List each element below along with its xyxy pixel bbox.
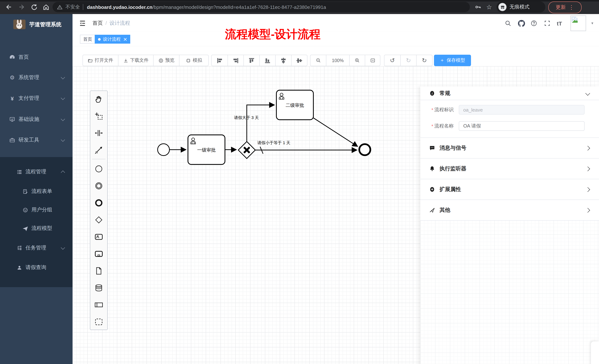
- zoom-reset-button[interactable]: [365, 55, 380, 66]
- align-vertical-center-button[interactable]: [275, 55, 291, 66]
- sidebar-item-user-group[interactable]: 用户分组: [0, 201, 72, 219]
- sidebar-item-task-mgmt[interactable]: 任务管理: [0, 239, 72, 257]
- avatar[interactable]: [571, 16, 586, 31]
- fullscreen-icon[interactable]: [542, 18, 552, 28]
- restart-button[interactable]: ↻: [416, 55, 432, 66]
- panel-section-other[interactable]: 其他: [420, 200, 599, 221]
- zoom-level-value: 100%: [332, 58, 344, 63]
- sidebar-item-process-form[interactable]: 流程表单: [0, 182, 72, 201]
- browser-back-icon[interactable]: [4, 3, 13, 11]
- incognito-icon: [498, 3, 507, 11]
- incognito-label: 无痕模式: [510, 4, 529, 10]
- tab-design[interactable]: 设计流程: [95, 35, 130, 44]
- panel-section-extensions[interactable]: 扩展属性: [420, 179, 599, 200]
- tab-label: 设计流程: [103, 36, 121, 42]
- sidebar-item-system[interactable]: ⚙ 系统管理: [0, 68, 72, 87]
- form-edit-icon: [22, 188, 28, 194]
- palette-gateway[interactable]: [94, 215, 103, 224]
- zoom-out-button[interactable]: [310, 55, 326, 66]
- chip-icon: [186, 58, 191, 63]
- browser-menu-kebab-icon[interactable]: ⋮: [569, 4, 574, 11]
- panel-section-messages[interactable]: 消息与信号: [420, 138, 599, 159]
- update-button[interactable]: 更新 ⋮: [548, 1, 581, 13]
- bpmn-diagram[interactable]: 一级审批 二级审批 请: [148, 81, 392, 177]
- sidebar-item-infra[interactable]: 基础设施: [0, 110, 72, 129]
- open-file-button[interactable]: 打开文件: [83, 55, 118, 66]
- flow-gateway-to-task2[interactable]: [247, 105, 274, 142]
- url-bar[interactable]: 不安全 dashboard.yudao.iocoder.cn/bpm/manag…: [53, 2, 470, 12]
- security-warning-icon[interactable]: [57, 4, 62, 10]
- palette-hand-tool[interactable]: [94, 95, 103, 103]
- sidebar-collapse-icon[interactable]: [78, 18, 87, 28]
- app-logo[interactable]: 芋道管理系统: [0, 14, 72, 35]
- github-icon[interactable]: [517, 18, 526, 28]
- exclusive-gateway[interactable]: [238, 142, 255, 159]
- flow-label-gt3[interactable]: 请假大于 3 天: [234, 115, 259, 120]
- align-left-button[interactable]: [212, 55, 228, 66]
- sidebar-item-home[interactable]: 首页: [0, 48, 72, 67]
- monitor-icon: [9, 116, 15, 122]
- align-horizontal-center-button[interactable]: [291, 55, 307, 66]
- face-icon: [22, 207, 28, 213]
- undo-button[interactable]: ↺: [384, 55, 400, 66]
- browser-forward-icon[interactable]: [17, 3, 26, 11]
- avatar-caret-icon[interactable]: ▼: [588, 18, 597, 28]
- breadcrumb-home[interactable]: 首页: [92, 20, 103, 26]
- palette-call-activity[interactable]: [94, 249, 103, 258]
- zoom-in-button[interactable]: [349, 55, 365, 66]
- user-task-level1[interactable]: 一级审批: [188, 135, 225, 164]
- sidebar-item-devtools[interactable]: 研发工具: [0, 131, 72, 149]
- palette-lasso-tool[interactable]: [94, 112, 103, 120]
- bpmn-canvas[interactable]: 一级审批 二级审批 请: [72, 66, 599, 364]
- start-event[interactable]: [158, 144, 169, 156]
- sidebar-item-leave-query[interactable]: 请假查询: [0, 258, 72, 277]
- tab-home[interactable]: 首页: [80, 35, 96, 44]
- close-icon[interactable]: [123, 37, 127, 41]
- palette-end-event[interactable]: [94, 198, 103, 207]
- process-name-input[interactable]: [459, 121, 585, 131]
- save-model-button[interactable]: ＋ 保存模型: [434, 55, 471, 66]
- palette-group[interactable]: [94, 317, 103, 326]
- palette-space-tool[interactable]: [94, 129, 103, 137]
- password-key-icon[interactable]: [474, 3, 483, 11]
- sidebar-item-process-model[interactable]: 流程模型: [0, 219, 72, 238]
- process-key-input[interactable]: [459, 105, 585, 115]
- search-icon[interactable]: [503, 18, 513, 28]
- palette-global-connect-tool[interactable]: [94, 146, 103, 154]
- history-button-group: ↺ ↻ ↻: [384, 55, 432, 66]
- bookmark-star-icon[interactable]: ☆: [485, 3, 493, 11]
- palette-user-task[interactable]: [94, 232, 103, 241]
- browser-home-icon[interactable]: [41, 3, 50, 11]
- panel-section-listeners[interactable]: 执行监听器: [420, 159, 599, 179]
- align-top-button[interactable]: [243, 55, 259, 66]
- incognito-badge[interactable]: 无痕模式: [496, 1, 545, 13]
- required-star: *: [432, 107, 433, 112]
- sidebar-item-payment[interactable]: ¥ 支付管理: [0, 89, 72, 108]
- palette-data-store[interactable]: [94, 283, 103, 292]
- align-right-button[interactable]: [228, 55, 243, 66]
- svg-text:i: i: [432, 92, 433, 95]
- help-icon[interactable]: [529, 18, 539, 28]
- panel-section-general[interactable]: i 常规: [420, 86, 599, 100]
- palette-participant-pool[interactable]: [94, 300, 103, 309]
- palette-intermediate-event[interactable]: [94, 181, 103, 190]
- download-file-button[interactable]: 下载文件: [118, 55, 153, 66]
- end-event[interactable]: [359, 144, 370, 155]
- flow-label-le1[interactable]: 请假小于等于 1 天: [257, 140, 290, 145]
- task1-label: 一级审批: [197, 147, 216, 152]
- broken-image-icon: [571, 16, 578, 23]
- align-bottom-button[interactable]: [259, 55, 275, 66]
- font-size-icon[interactable]: tT: [555, 18, 564, 28]
- general-fields: * 流程标识 * 流程名称: [420, 100, 599, 138]
- browser-reload-icon[interactable]: [30, 3, 38, 11]
- plus-icon: ＋: [440, 57, 445, 64]
- simulate-button[interactable]: 模拟: [179, 55, 208, 66]
- redo-button[interactable]: ↻: [400, 55, 416, 66]
- palette-data-object[interactable]: [94, 266, 103, 275]
- sidebar-item-label: 用户分组: [31, 207, 52, 213]
- user-task-level2[interactable]: 二级审批: [276, 90, 313, 120]
- sidebar-item-process-mgmt[interactable]: 流程管理: [0, 163, 72, 181]
- flow-task2-to-end[interactable]: [313, 118, 357, 146]
- palette-start-event[interactable]: [94, 164, 103, 173]
- preview-button[interactable]: 预览: [153, 55, 179, 66]
